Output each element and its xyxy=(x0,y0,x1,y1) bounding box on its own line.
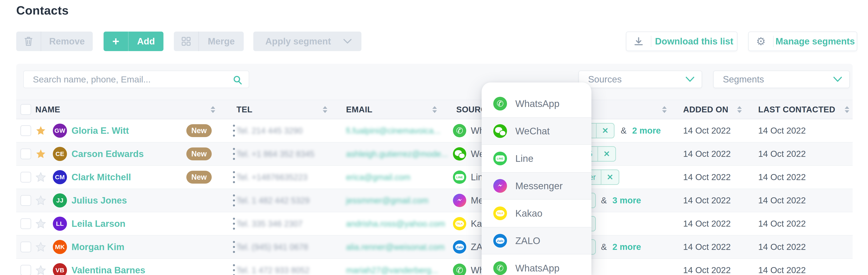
row-menu-kebab-icon[interactable] xyxy=(232,124,236,138)
apply-segment-select[interactable]: Apply segment xyxy=(253,32,362,51)
avatar: CE xyxy=(53,147,67,161)
row-menu-kebab-icon[interactable] xyxy=(232,170,236,184)
tel-value-blurred: Tel. 1 472 933 8052 xyxy=(237,266,309,275)
filter-bar: Sources Segments xyxy=(16,64,852,100)
ampersand: & xyxy=(601,242,607,252)
table-row: CM Clark Mitchell New Tel. +14876635223 … xyxy=(16,166,852,189)
whatsapp-icon: ✆ xyxy=(493,97,507,110)
contact-name-link[interactable]: Clark Mitchell xyxy=(71,172,131,182)
last-contacted-value: 14 Oct 2022 xyxy=(758,149,806,159)
sort-arrows-name[interactable] xyxy=(211,100,215,119)
remove-button[interactable]: Remove xyxy=(16,32,93,51)
star-icon[interactable] xyxy=(35,195,46,206)
column-header-name[interactable]: NAME xyxy=(35,100,60,119)
sources-filter-select[interactable]: Sources xyxy=(579,71,702,88)
sort-arrows-last-contacted[interactable] xyxy=(845,100,849,119)
add-button[interactable]: + Add xyxy=(103,32,163,51)
new-badge: New xyxy=(186,171,212,183)
row-menu-kebab-icon[interactable] xyxy=(232,193,236,208)
tel-value-blurred: Tel. 214 445 3290 xyxy=(237,126,303,135)
contact-name-link[interactable]: Morgan Kim xyxy=(71,242,124,252)
tel-value-blurred: Tel. +14876635223 xyxy=(237,173,307,182)
star-icon[interactable] xyxy=(35,218,46,229)
remove-tag-icon[interactable]: ✕ xyxy=(597,147,615,161)
row-checkbox[interactable] xyxy=(20,218,31,229)
sort-arrows-email[interactable] xyxy=(432,100,437,119)
more-segments-link[interactable]: 2 more xyxy=(613,242,641,252)
last-contacted-value: 14 Oct 2022 xyxy=(758,196,806,205)
star-icon[interactable] xyxy=(35,242,46,252)
wechat-icon xyxy=(493,124,507,138)
sort-arrows-added-on[interactable] xyxy=(737,100,742,119)
avatar: MK xyxy=(53,240,67,254)
line-icon: LINE xyxy=(453,171,466,184)
remove-tag-icon[interactable]: ✕ xyxy=(601,170,619,184)
row-checkbox[interactable] xyxy=(20,125,31,136)
row-checkbox[interactable] xyxy=(20,242,31,252)
contact-name-link[interactable]: Valentina Barnes xyxy=(71,265,145,275)
star-icon[interactable] xyxy=(35,125,46,136)
last-contacted-value: 14 Oct 2022 xyxy=(758,219,806,229)
row-menu-kebab-icon[interactable] xyxy=(232,240,236,254)
merge-icon xyxy=(174,32,198,51)
last-contacted-value: 14 Oct 2022 xyxy=(758,172,806,182)
download-icon xyxy=(626,32,651,51)
tel-value-blurred: Tel. (945) 941 0678 xyxy=(237,242,308,252)
download-list-button[interactable]: Download this list xyxy=(626,32,737,51)
segments-filter-select[interactable]: Segments xyxy=(713,71,850,88)
column-header-added-on[interactable]: ADDED ON xyxy=(683,100,728,119)
email-value-blurred: ashleigh.gutierrez@mode... xyxy=(346,149,448,159)
row-checkbox[interactable] xyxy=(20,265,31,275)
select-all-checkbox[interactable] xyxy=(20,100,31,119)
tel-value-blurred: Tel. 335 346 2307 xyxy=(237,219,303,229)
last-contacted-value: 14 Oct 2022 xyxy=(758,265,806,275)
dropdown-item-line[interactable]: LINE Line xyxy=(482,145,591,172)
star-icon[interactable] xyxy=(35,265,46,275)
email-value-blurred: alia.renner@weisonat.com xyxy=(346,242,444,252)
email-value-blurred: jessmmer@gmail.com xyxy=(346,196,428,205)
contact-name-link[interactable]: Leila Larson xyxy=(71,218,125,229)
row-checkbox[interactable] xyxy=(20,148,31,159)
contact-name-link[interactable]: Gloria E. Witt xyxy=(71,126,129,136)
row-menu-kebab-icon[interactable] xyxy=(232,147,236,161)
new-badge: New xyxy=(186,124,212,137)
email-value-blurred: andrisha.ross@yahoo.com xyxy=(346,219,445,229)
dropdown-item-messenger[interactable]: Messenger xyxy=(482,172,591,200)
merge-button[interactable]: Merge xyxy=(174,32,244,51)
contacts-table-card: Sources Segments NAME TEL EMAIL SOURCE A… xyxy=(16,64,852,275)
dropdown-item-whatsapp[interactable]: ✆ WhatsApp xyxy=(482,90,591,117)
contact-name-link[interactable]: Julius Jones xyxy=(71,195,127,206)
column-header-last-contacted[interactable]: LAST CONTACTED xyxy=(758,100,835,119)
table-row: MK Morgan Kim Tel. (945) 941 0678 alia.r… xyxy=(16,236,852,259)
sort-arrows-segments[interactable] xyxy=(662,100,667,119)
added-on-value: 14 Oct 2022 xyxy=(683,219,731,229)
table-row: CE Carson Edwards New Tel. +1 864 352 83… xyxy=(16,142,852,166)
dropdown-item-wechat[interactable]: WeChat xyxy=(482,117,591,145)
star-icon[interactable] xyxy=(35,148,46,159)
more-segments-link[interactable]: 2 more xyxy=(632,126,661,136)
contact-name-link[interactable]: Carson Edwards xyxy=(71,149,144,159)
table-row: GW Gloria E. Witt New Tel. 214 445 3290 … xyxy=(16,119,852,142)
search-icon[interactable] xyxy=(232,75,243,85)
row-menu-kebab-icon[interactable] xyxy=(232,263,236,275)
star-icon[interactable] xyxy=(35,172,46,182)
dropdown-item-whatsapp[interactable]: ✆ WhatsApp xyxy=(482,254,591,275)
more-segments-link[interactable]: 3 more xyxy=(613,196,641,205)
table-row: JJ Julius Jones Tel. 1 482 442 5329 jess… xyxy=(16,189,852,212)
row-menu-kebab-icon[interactable] xyxy=(232,216,236,231)
search-input[interactable] xyxy=(23,71,249,88)
contacts-page: Contacts Remove + Add Merge Apply segmen… xyxy=(0,0,868,275)
column-header-email[interactable]: EMAIL xyxy=(346,100,372,119)
added-on-value: 14 Oct 2022 xyxy=(683,149,731,159)
dropdown-item-kakao[interactable]: TALK Kakao xyxy=(482,200,591,227)
column-header-tel[interactable]: TEL xyxy=(237,100,252,119)
dropdown-item-zalo[interactable]: Zalo ZALO xyxy=(482,227,591,254)
manage-segments-button[interactable]: ⚙ Manage segments xyxy=(748,32,857,51)
new-badge: New xyxy=(186,147,212,160)
last-contacted-value: 14 Oct 2022 xyxy=(758,126,806,136)
row-checkbox[interactable] xyxy=(20,172,31,182)
added-on-value: 14 Oct 2022 xyxy=(683,196,731,205)
remove-tag-icon[interactable]: ✕ xyxy=(596,124,614,138)
row-checkbox[interactable] xyxy=(20,195,31,206)
sort-arrows-tel[interactable] xyxy=(323,100,327,119)
